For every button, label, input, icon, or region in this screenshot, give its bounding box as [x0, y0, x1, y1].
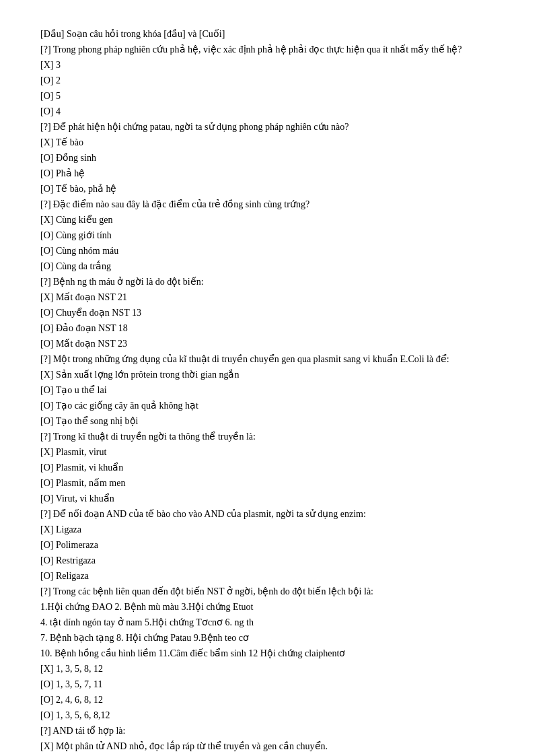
document-content: [Đầu] Soạn câu hỏi trong khóa [đầu] và […: [40, 27, 509, 756]
line-q6: [?] Trong kĩ thuật di truyền ngời ta thô…: [40, 429, 509, 444]
line-header: [Đầu] Soạn câu hỏi trong khóa [đầu] và […: [40, 27, 509, 41]
line-q8a3: [O] 2, 4, 6, 8, 12: [40, 693, 509, 707]
line-q3a3: [O] Cùng nhóm máu: [40, 244, 509, 258]
line-q5a3: [O] Tạo các giống cây ăn quả không hạt: [40, 399, 509, 413]
line-q5: [?] Một trong những ứng dụng của kĩ thuậ…: [40, 352, 509, 366]
line-q8list2: 4. tật dính ngón tay ở nam 5.Hội chứng T…: [40, 615, 509, 629]
line-q8a2: [O] 1, 3, 5, 7, 11: [40, 677, 509, 691]
line-q5a4: [O] Tạo thể song nhị bội: [40, 414, 509, 428]
line-q3: [?] Đặc điểm nào sau đây là đặc điểm của…: [40, 197, 509, 211]
line-q4a4: [O] Mất đoạn NST 23: [40, 337, 509, 351]
line-q4a1: [X] Mất đoạn NST 21: [40, 290, 509, 304]
line-q9a1: [X] Một phân tử AND nhỏ, đọc lắp ráp từ …: [40, 739, 509, 753]
line-q8a1: [X] 1, 3, 5, 8, 12: [40, 662, 509, 676]
line-q2a4: [O] Tế bào, phả hệ: [40, 182, 509, 196]
line-q6a1: [X] Plasmit, virut: [40, 445, 509, 459]
line-q6a2: [O] Plasmit, vi khuẩn: [40, 460, 509, 475]
line-q2: [?] Để phát hiện hội chứng patau, ngời t…: [40, 120, 509, 134]
line-q4a2: [O] Chuyển đoạn NST 13: [40, 306, 509, 320]
line-q8list3: 7. Bệnh bạch tạng 8. Hội chứng Patau 9.B…: [40, 631, 509, 645]
line-q8: [?] Trong các bệnh liên quan đến đột biế…: [40, 584, 509, 598]
line-q8list1: 1.Hội chứng ĐAO 2. Bệnh mù màu 3.Hội chứ…: [40, 600, 509, 614]
line-q5a1: [X] Sản xuất lợng lớn prôtein trong thời…: [40, 368, 509, 382]
line-q7: [?] Để nối đoạn AND của tế bào cho vào A…: [40, 507, 509, 521]
line-q6a4: [O] Virut, vi khuẩn: [40, 491, 509, 506]
line-q7a4: [O] Religaza: [40, 569, 509, 583]
line-q4a3: [O] Đảo đoạn NST 18: [40, 321, 509, 335]
line-q7a3: [O] Restrigaza: [40, 553, 509, 568]
line-q1: [?] Trong phong pháp nghiên cứu phả hệ, …: [40, 42, 509, 57]
line-q7a2: [O] Polimeraza: [40, 538, 509, 552]
line-q8a4: [O] 1, 3, 5, 6, 8,12: [40, 708, 509, 722]
line-q8list4: 10. Bệnh hồng cầu hình liềm 11.Câm điếc …: [40, 646, 509, 660]
line-q2a1: [X] Tế bào: [40, 135, 509, 149]
line-q2a2: [O] Đồng sinh: [40, 151, 509, 165]
line-q7a1: [X] Ligaza: [40, 522, 509, 537]
line-q4: [?] Bệnh ng th máu ở ngời là do đột biến…: [40, 275, 509, 289]
line-q5a2: [O] Tạo u thể lai: [40, 383, 509, 397]
line-q6a3: [O] Plasmit, nấm men: [40, 476, 509, 490]
line-q3a2: [O] Cùng giới tính: [40, 228, 509, 242]
line-q1a1: [X] 3: [40, 58, 509, 72]
line-q2a3: [O] Phả hệ: [40, 166, 509, 180]
line-q1a2: [O] 2: [40, 73, 509, 88]
line-q3a1: [X] Cùng kiểu gen: [40, 213, 509, 227]
line-q9: [?] AND tái tổ hợp là:: [40, 724, 509, 738]
line-q3a4: [O] Cùng da trắng: [40, 259, 509, 273]
line-q1a4: [O] 4: [40, 104, 509, 118]
line-q1a3: [O] 5: [40, 89, 509, 103]
